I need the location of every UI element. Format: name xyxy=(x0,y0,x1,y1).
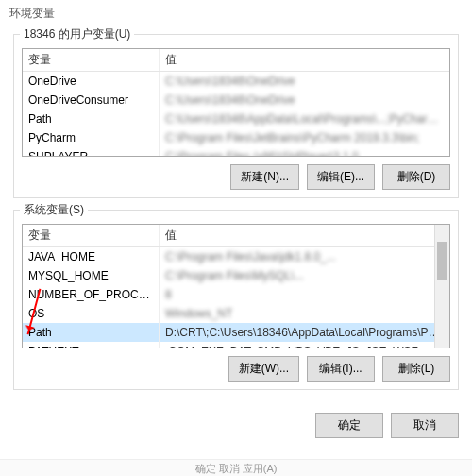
user-group-label: 18346 的用户变量(U) xyxy=(20,26,134,42)
row-value: C:\Users\18346\OneDrive xyxy=(160,72,449,91)
table-row[interactable]: OSWindows_NT xyxy=(23,304,449,323)
user-edit-button[interactable]: 编辑(E)... xyxy=(307,164,375,190)
row-name: PyCharm xyxy=(23,128,160,147)
row-name: NUMBER_OF_PROCESS... xyxy=(23,285,160,304)
row-value: .COM;.EXE;.BAT;.CMD;.VBS;.VBE;.JS;.JSE;.… xyxy=(160,342,449,348)
row-name: Path xyxy=(23,323,160,342)
table-row[interactable]: PyCharmC:\Program Files\JetBrains\PyChar… xyxy=(23,128,449,147)
dialog-footer: 确定 取消 xyxy=(0,407,472,446)
listview-header: 变量 值 xyxy=(23,225,449,247)
row-name: Path xyxy=(23,110,160,128)
col-header-value[interactable]: 值 xyxy=(160,49,449,71)
user-delete-button[interactable]: 删除(D) xyxy=(382,164,450,190)
row-value: C:\Program Files\JetBrains\PyCharm 2019.… xyxy=(160,128,449,147)
dialog-content: 18346 的用户变量(U) 变量 值 OneDriveC:\Users\183… xyxy=(0,26,472,407)
table-row[interactable]: OneDriveConsumerC:\Users\18346\OneDrive xyxy=(23,91,449,110)
table-row[interactable]: JAVA_HOMEC:\Program Files\Java\jdk1.8.0_… xyxy=(23,247,449,266)
row-name: OneDrive xyxy=(23,72,160,91)
user-variables-group: 18346 的用户变量(U) 变量 值 OneDriveC:\Users\183… xyxy=(13,34,459,198)
scroll-thumb[interactable] xyxy=(437,242,447,280)
row-value: D:\CRT\;C:\Users\18346\AppData\Local\Pro… xyxy=(160,323,449,342)
row-name: OneDriveConsumer xyxy=(23,91,160,110)
row-value: C:\Program Files\Java\jdk1.8.0_... xyxy=(160,247,449,266)
dialog-title: 环境变量 xyxy=(0,0,472,26)
system-group-label: 系统变量(S) xyxy=(20,202,88,218)
table-row[interactable]: NUMBER_OF_PROCESS...8 xyxy=(23,285,449,304)
table-row[interactable]: OneDriveC:\Users\18346\OneDrive xyxy=(23,72,449,91)
table-row[interactable]: MYSQL_HOMEC:\Program Files\MySQL\... xyxy=(23,266,449,285)
row-name: SHPLAYER xyxy=(23,147,160,157)
system-new-button[interactable]: 新建(W)... xyxy=(228,356,299,382)
row-name: JAVA_HOME xyxy=(23,247,160,266)
row-name: PATHEXT xyxy=(23,342,160,348)
user-new-button[interactable]: 新建(N)... xyxy=(230,164,299,190)
row-value: 8 xyxy=(160,285,449,304)
col-header-name[interactable]: 变量 xyxy=(23,225,160,246)
table-row[interactable]: PathC:\Users\18346\AppData\Local\Program… xyxy=(23,110,449,128)
system-variables-listview[interactable]: 变量 值 JAVA_HOMEC:\Program Files\Java\jdk1… xyxy=(22,224,450,348)
table-row[interactable]: SHPLAYERC:\Program Files (x86)\SHPlayer\… xyxy=(23,147,449,157)
row-name: OS xyxy=(23,304,160,323)
ok-button[interactable]: 确定 xyxy=(315,413,383,438)
system-button-row: 新建(W)... 编辑(I)... 删除(L) xyxy=(22,356,450,382)
system-delete-button[interactable]: 删除(L) xyxy=(382,356,450,382)
scrollbar[interactable] xyxy=(434,225,449,348)
system-edit-button[interactable]: 编辑(I)... xyxy=(307,356,375,382)
table-row[interactable]: PathD:\CRT\;C:\Users\18346\AppData\Local… xyxy=(23,323,449,342)
system-variables-group: 系统变量(S) 变量 值 JAVA_HOMEC:\Program Files\J… xyxy=(13,210,459,390)
row-value: C:\Users\18346\OneDrive xyxy=(160,91,449,110)
row-value: C:\Users\18346\AppData\Local\Programs\..… xyxy=(160,110,449,128)
cancel-button[interactable]: 取消 xyxy=(391,413,459,438)
row-value: C:\Program Files\MySQL\... xyxy=(160,266,449,285)
user-variables-listview[interactable]: 变量 值 OneDriveC:\Users\18346\OneDriveOneD… xyxy=(22,48,450,157)
row-name: MYSQL_HOME xyxy=(23,266,160,285)
cropped-parent-buttons: 确定 取消 应用(A) xyxy=(0,459,472,476)
col-header-value[interactable]: 值 xyxy=(160,225,449,246)
user-button-row: 新建(N)... 编辑(E)... 删除(D) xyxy=(22,164,450,190)
listview-header: 变量 值 xyxy=(23,49,449,72)
row-value: C:\Program Files (x86)\SHPlayer\3.1.0 xyxy=(160,147,449,157)
row-value: Windows_NT xyxy=(160,304,449,323)
table-row[interactable]: PATHEXT.COM;.EXE;.BAT;.CMD;.VBS;.VBE;.JS… xyxy=(23,342,449,348)
col-header-name[interactable]: 变量 xyxy=(23,49,160,71)
